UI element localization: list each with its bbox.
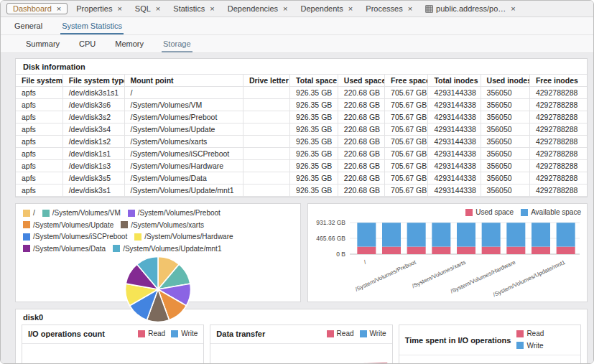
legend-item-system-volumes-hardware[interactable]: /System/Volumes/Hardware [134, 231, 233, 242]
legend-item-system-volumes-vm[interactable]: /System/Volumes/VM [42, 207, 121, 218]
close-icon[interactable]: × [117, 5, 121, 13]
table-icon [425, 5, 433, 13]
table-cell [243, 185, 289, 197]
tab-label: public.address/po… [436, 4, 506, 13]
tab-processes[interactable]: Processes× [359, 2, 419, 15]
tab-system-statistics[interactable]: System Statistics [60, 18, 124, 34]
time-spent-in-io-operations-card: Time spent in I/O operationsReadWrite1.1… [399, 325, 581, 364]
table-cell: 705.67 GB [385, 160, 428, 172]
tab-general[interactable]: General [13, 18, 44, 34]
table-cell: 356050 [481, 160, 529, 172]
table-cell: /dev/disk1s3 [62, 160, 124, 172]
legend-item-system-volumes-update-mnt1[interactable]: /System/Volumes/Update/mnt1 [113, 243, 221, 254]
close-icon[interactable]: × [210, 5, 214, 13]
table-row: apfs/dev/disk3s6/System/Volumes/VM926.35… [16, 99, 587, 111]
table-row: apfs/dev/disk3s1s1/926.35 GB220.68 GB705… [16, 87, 587, 99]
bar-used- [357, 247, 376, 254]
table-cell: 220.68 GB [338, 172, 384, 185]
tab-cpu[interactable]: CPU [78, 36, 97, 52]
table-row: apfs/dev/disk3s1/System/Volumes/Update/m… [16, 185, 587, 197]
legend-label: /System/Volumes/Data [33, 243, 106, 254]
tab-properties[interactable]: Properties× [70, 2, 129, 15]
table-cell: 4293144338 [428, 99, 481, 111]
close-icon[interactable]: × [57, 5, 61, 13]
close-icon[interactable]: × [283, 5, 287, 13]
tab-sql[interactable]: SQL× [129, 2, 167, 15]
statistics-tab-bar: SummaryCPUMemoryStorage [1, 35, 593, 53]
bar-used-system-volumes-preboot [407, 247, 426, 254]
io-operations-count-card: I/O operations countReadWrite35M30M [22, 325, 204, 364]
legend-swatch [516, 330, 524, 337]
table-row: apfs/dev/disk1s1/System/Volumes/iSCPrebo… [16, 148, 587, 160]
legend-item-system-volumes-xarts[interactable]: /System/Volumes/xarts [121, 220, 204, 230]
time-spent-in-io-operations-legend: ReadWrite [511, 328, 575, 352]
legend-item-read[interactable]: Read [516, 328, 544, 339]
legend-label: Used space [475, 207, 514, 218]
tab-label: Properties [76, 4, 112, 13]
table-cell: 4292788288 [529, 172, 587, 185]
legend-item-[interactable]: / [23, 207, 35, 218]
legend-swatch [23, 221, 30, 228]
table-cell: 926.35 GB [290, 160, 338, 172]
legend-item-system-volumes-preboot[interactable]: /System/Volumes/Preboot [128, 207, 221, 218]
tab-memory[interactable]: Memory [113, 36, 145, 52]
table-cell: apfs [16, 160, 62, 172]
legend-label: Write [181, 328, 198, 339]
disk-information-table: File systemFile system typeMount pointDr… [16, 74, 587, 197]
legend-swatch [521, 209, 528, 216]
tab-dependencies[interactable]: Dependencies× [221, 2, 294, 15]
legend-label: /System/Volumes/Update/mnt1 [123, 243, 221, 254]
table-cell: 4293144338 [428, 160, 481, 172]
table-row: apfs/dev/disk3s2/System/Volumes/Preboot9… [16, 111, 587, 123]
tab-dashboard[interactable]: Dashboard× [6, 3, 68, 14]
legend-item-system-volumes-iscpreboot[interactable]: /System/Volumes/iSCPreboot [23, 231, 127, 242]
legend-item-write[interactable]: Write [360, 328, 386, 339]
tab-dependents[interactable]: Dependents× [294, 2, 360, 15]
bar-xtick-label: /System/Volumes/Preboot [354, 258, 417, 292]
legend-item-write[interactable]: Write [171, 328, 198, 339]
legend-swatch [23, 233, 30, 241]
data-transfer-chart: 314.79 GB [210, 354, 391, 364]
close-icon[interactable]: × [511, 5, 515, 13]
legend-label: Write [370, 328, 386, 339]
column-header-used-inodes: Used inodes [481, 75, 529, 87]
table-cell: /System/Volumes/Preboot [124, 111, 243, 123]
main-tab-bar: Dashboard×Properties×SQL×Statistics×Depe… [1, 1, 593, 17]
close-icon[interactable]: × [348, 5, 353, 13]
legend-item-used-space[interactable]: Used space [465, 207, 514, 218]
table-cell: 356050 [481, 87, 529, 99]
table-cell: 220.68 GB [338, 123, 384, 136]
chart-title-row: Data transferReadWrite [210, 325, 391, 344]
table-cell [243, 136, 289, 148]
close-icon[interactable]: × [156, 5, 160, 13]
legend-item-available-space[interactable]: Available space [521, 207, 581, 218]
legend-swatch [128, 210, 135, 217]
bar-used-system-volumes-hardware [506, 247, 525, 254]
table-cell: 4293144338 [428, 87, 481, 99]
close-icon[interactable]: × [408, 5, 412, 13]
table-cell: 4292788288 [529, 123, 587, 136]
table-cell: /dev/disk1s2 [62, 136, 124, 148]
tab-public-address-po[interactable]: public.address/po…× [419, 2, 522, 15]
legend-item-system-volumes-update[interactable]: /System/Volumes/Update [23, 220, 113, 230]
legend-item-write[interactable]: Write [516, 340, 543, 351]
table-cell: /System/Volumes/Update/mnt1 [124, 185, 243, 197]
legend-swatch [23, 245, 30, 252]
legend-swatch [465, 209, 473, 216]
legend-item-read[interactable]: Read [138, 328, 165, 339]
io-operations-count-legend: ReadWrite [132, 328, 198, 340]
table-cell: 926.35 GB [290, 123, 338, 136]
tab-statistics[interactable]: Statistics× [167, 2, 221, 15]
legend-label: Available space [531, 207, 581, 218]
legend-swatch [171, 330, 178, 337]
table-cell: 220.68 GB [338, 160, 384, 172]
legend-item-system-volumes-data[interactable]: /System/Volumes/Data [23, 243, 106, 254]
tab-summary[interactable]: Summary [24, 36, 61, 52]
table-cell: 220.68 GB [338, 99, 384, 111]
tab-storage[interactable]: Storage [162, 36, 192, 52]
pie-legend: //System/Volumes/VM/System/Volumes/Prebo… [16, 204, 300, 255]
legend-item-read[interactable]: Read [327, 328, 354, 339]
table-cell: 4292788288 [529, 111, 587, 123]
storage-content: Disk information File systemFile system … [1, 53, 593, 364]
bar-available-system-volumes-update [432, 223, 450, 246]
